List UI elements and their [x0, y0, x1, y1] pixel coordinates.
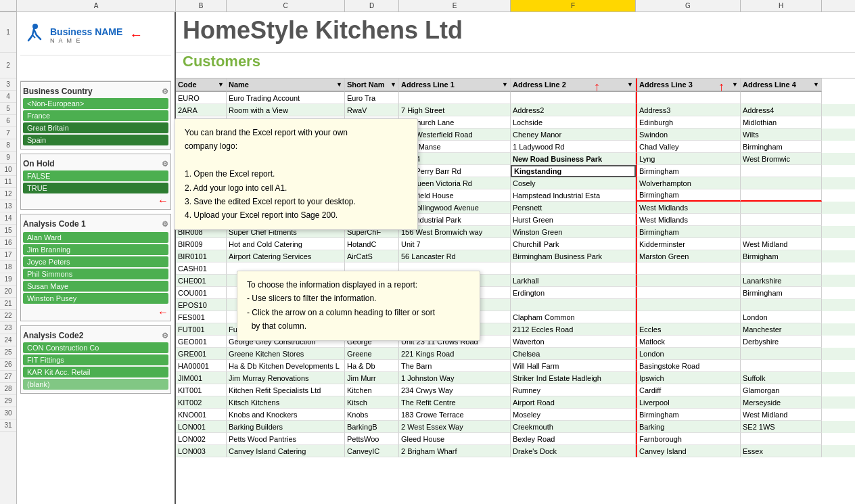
cell-addr1	[399, 92, 511, 104]
cell-addr4: London	[741, 311, 822, 323]
country-spain[interactable]: Spain	[23, 135, 168, 145]
row-num-13: 13	[0, 200, 16, 212]
row-num-19: 19	[0, 273, 16, 285]
cell-addr4: Essex	[741, 445, 822, 457]
table-row: JIM001 Jim Murray Renovations Jim Murr 1…	[176, 372, 855, 384]
filter-arrow-code[interactable]: ▼	[218, 81, 224, 88]
cell-addr2: 2112 Eccles Road	[511, 323, 636, 336]
filter-arrow-name[interactable]: ▼	[336, 81, 342, 88]
row-num-10: 10	[0, 164, 16, 176]
cell-code: BIR0101	[176, 250, 227, 262]
row-num-22: 22	[0, 310, 16, 322]
filter-arrow-short[interactable]: ▼	[390, 81, 396, 88]
company-title: HomeStyle Kitchens Ltd	[183, 16, 848, 45]
onhold-label: On Hold	[23, 159, 55, 168]
logo-arrow: ←	[129, 27, 143, 43]
row-num-6: 6	[0, 115, 16, 127]
analysis2-kar[interactable]: KAR Kit Acc. Retail	[23, 367, 168, 377]
row-num-18: 18	[0, 261, 16, 273]
table-row: BIR009 Hot and Cold Catering HotandC Uni…	[176, 238, 855, 250]
table-row: GRE001 Greene Kitchen Stores Greene 221 …	[176, 348, 855, 360]
header-short[interactable]: Short Nam ▼	[345, 78, 399, 92]
analysis2-blank[interactable]: (blank)	[23, 379, 168, 390]
row-num-16: 16	[0, 237, 16, 249]
row-num-20: 20	[0, 285, 16, 298]
row-num-28: 28	[0, 383, 16, 395]
row-num-14: 14	[0, 212, 16, 225]
analysis2-slicer-icon: ⚙	[162, 331, 168, 340]
filter-arrow-addr4[interactable]: ▼	[813, 81, 819, 88]
analysis1-joyce[interactable]: Joyce Peters	[23, 256, 168, 267]
cell-addr1: Gleed House	[399, 433, 511, 445]
analysis1-phil[interactable]: Phil Simmons	[23, 269, 168, 279]
cell-addr4: Birmingham	[741, 287, 822, 299]
cell-addr3	[636, 275, 741, 287]
cell-addr2: New Road Business Park	[511, 153, 636, 165]
cell-addr2: Cheney Manor	[511, 129, 636, 141]
analysis1-alan[interactable]: Alan Ward	[23, 232, 168, 243]
cell-addr2: 1 Ladywood Rd	[511, 141, 636, 153]
analysis1-scroll[interactable]: Alan Ward Jim Branning Joyce Peters Phil…	[23, 231, 168, 305]
cell-addr3: Edinburgh	[636, 116, 741, 129]
header-code[interactable]: Code ▼	[176, 78, 227, 92]
country-france[interactable]: France	[23, 110, 168, 121]
cell-addr3: Farnborough	[636, 433, 741, 445]
cell-addr1: 234 Crwys Way	[399, 384, 511, 396]
analysis2-fit[interactable]: FIT Fittings	[23, 354, 168, 365]
analysis2-con[interactable]: CON Construction Co	[23, 342, 168, 353]
table-header: Code ▼ Name ▼ Short Nam ▼ Address Line 1…	[176, 78, 855, 92]
cell-addr4	[741, 189, 822, 202]
filter-arrow-addr2[interactable]: ▼	[627, 81, 633, 88]
cell-addr2: Address2	[511, 104, 636, 116]
header-addr2[interactable]: Address Line 2 ▼	[511, 78, 636, 92]
cell-code: LON003	[176, 445, 227, 457]
country-non-european[interactable]: <Non-European>	[23, 98, 168, 109]
cell-addr2: Larkhall	[511, 275, 636, 287]
cell-code: LON002	[176, 433, 227, 445]
cell-addr4: Address4	[741, 104, 822, 116]
cell-addr3: Marston Green	[636, 250, 741, 262]
cell-addr3: West Midlands	[636, 214, 741, 226]
cell-addr1: The Refit Centre	[399, 396, 511, 409]
header-addr3[interactable]: Address Line 3 ▼	[636, 78, 741, 92]
country-label: Business Country	[23, 87, 93, 96]
cell-addr2: Waverton	[511, 336, 636, 348]
cell-addr3	[636, 262, 741, 275]
cell-code: COU001	[176, 287, 227, 299]
analysis1-jim[interactable]: Jim Branning	[23, 244, 168, 255]
table-row: 2ARA Room with a View RwaV 7 High Street…	[176, 104, 855, 116]
country-great-britain[interactable]: Great Britain	[23, 122, 168, 133]
header-code-text: Code	[178, 81, 197, 89]
column-headers: A B C D E F G H	[0, 0, 855, 12]
cell-addr3: Chad Valley	[636, 141, 741, 153]
cell-addr3: Address3	[636, 104, 741, 116]
cell-addr3: Eccles	[636, 323, 741, 336]
filter-arrow-addr1[interactable]: ▼	[502, 81, 508, 88]
row-num-31: 31	[0, 419, 16, 432]
header-name[interactable]: Name ▼	[227, 78, 345, 92]
cell-addr3: Kidderminster	[636, 238, 741, 250]
cell-addr3: Birmingham	[636, 165, 741, 177]
onhold-arrow: ←	[23, 195, 168, 207]
header-addr1[interactable]: Address Line 1 ▼	[399, 78, 511, 92]
cell-short: Euro Tra	[345, 92, 399, 104]
onhold-true[interactable]: TRUE	[23, 183, 168, 193]
header-addr4[interactable]: Address Line 4 ▼	[741, 78, 822, 92]
cell-short: PettsWoo	[345, 433, 399, 445]
analysis1-winston[interactable]: Winston Pusey	[23, 293, 168, 304]
onhold-false[interactable]: FALSE	[23, 170, 168, 181]
cell-addr2: Creekmouth	[511, 421, 636, 433]
cell-addr4: Wilts	[741, 129, 822, 141]
cell-addr4: Suffolk	[741, 372, 822, 384]
filter-arrow-addr3[interactable]: ▼	[732, 81, 738, 88]
row-num-25: 25	[0, 346, 16, 359]
tooltip-logo-text: You can brand the Excel report with your…	[185, 126, 408, 223]
analysis1-susan[interactable]: Susan Maye	[23, 281, 168, 292]
col-header-G: G	[636, 0, 741, 12]
data-area: HomeStyle Kitchens Ltd Customers Code ▼ …	[176, 12, 855, 504]
slicer-panel: Business NAME N A M E ← Business Country…	[17, 12, 176, 504]
col-header-A: A	[17, 0, 176, 12]
cell-code: EURO	[176, 92, 227, 104]
cell-code: BIR009	[176, 238, 227, 250]
cell-code: KIT002	[176, 396, 227, 409]
